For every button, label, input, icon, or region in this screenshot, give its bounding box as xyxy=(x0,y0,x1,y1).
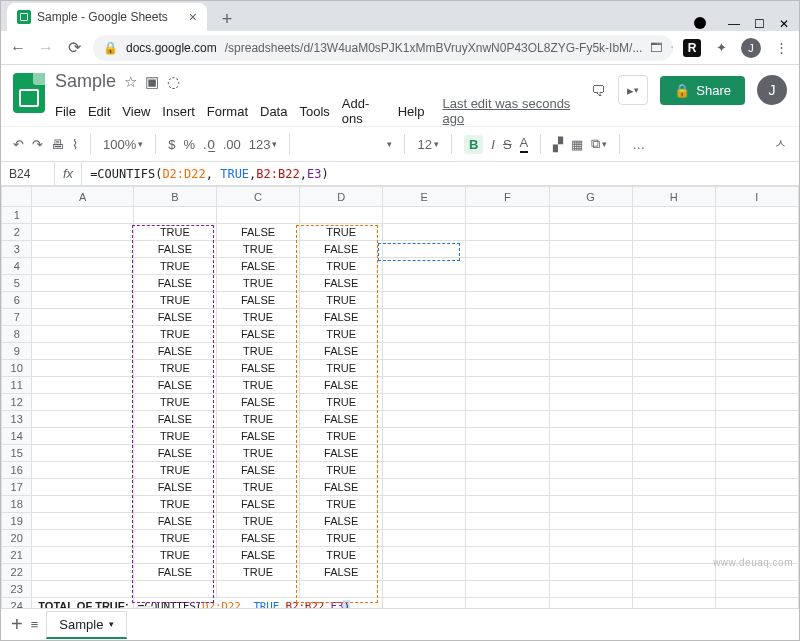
cell[interactable] xyxy=(632,428,715,445)
menu-help[interactable]: Help xyxy=(398,104,425,119)
row-header[interactable]: 13 xyxy=(2,411,32,428)
nav-forward-button[interactable]: → xyxy=(37,39,55,57)
cell[interactable] xyxy=(466,360,549,377)
cell[interactable] xyxy=(383,275,466,292)
cell[interactable] xyxy=(383,462,466,479)
cell[interactable]: FALSE xyxy=(216,224,299,241)
cell[interactable] xyxy=(549,241,632,258)
cell[interactable]: TRUE xyxy=(216,513,299,530)
cell[interactable] xyxy=(466,462,549,479)
cell[interactable]: TRUE xyxy=(216,275,299,292)
borders-button[interactable]: ▦ xyxy=(571,137,583,152)
cell[interactable]: TRUE xyxy=(133,462,216,479)
cell[interactable]: TRUE xyxy=(133,530,216,547)
cell[interactable]: FALSE xyxy=(216,360,299,377)
row-header[interactable]: 12 xyxy=(2,394,32,411)
menu-edit[interactable]: Edit xyxy=(88,104,110,119)
cell[interactable] xyxy=(383,530,466,547)
cell[interactable] xyxy=(549,479,632,496)
star-icon[interactable]: ☆ xyxy=(670,41,673,55)
cell[interactable] xyxy=(632,377,715,394)
cell[interactable] xyxy=(32,275,133,292)
cell[interactable] xyxy=(632,207,715,224)
cell[interactable] xyxy=(32,224,133,241)
cell[interactable]: FALSE xyxy=(133,275,216,292)
cell[interactable]: FALSE xyxy=(300,564,383,581)
cell[interactable] xyxy=(32,547,133,564)
cell[interactable]: FALSE xyxy=(300,309,383,326)
cell[interactable] xyxy=(632,411,715,428)
cell[interactable] xyxy=(549,224,632,241)
cell[interactable]: FALSE xyxy=(216,496,299,513)
cell[interactable] xyxy=(466,377,549,394)
row-header[interactable]: 8 xyxy=(2,326,32,343)
cell[interactable] xyxy=(715,309,798,326)
name-box[interactable]: B24 xyxy=(1,162,55,185)
cell[interactable] xyxy=(549,564,632,581)
sheet-tab-menu-icon[interactable]: ▾ xyxy=(109,619,114,629)
row-header[interactable]: 3 xyxy=(2,241,32,258)
cell[interactable]: FALSE xyxy=(300,479,383,496)
zoom-dropdown[interactable]: 100%▾ xyxy=(103,137,143,152)
cell[interactable] xyxy=(32,377,133,394)
cell[interactable] xyxy=(466,428,549,445)
cloud-status-icon[interactable]: ◌ xyxy=(167,73,180,91)
browser-avatar[interactable]: J xyxy=(741,38,761,58)
cell[interactable] xyxy=(466,343,549,360)
cell[interactable] xyxy=(466,275,549,292)
cell[interactable]: FALSE xyxy=(300,411,383,428)
cell[interactable]: TRUE xyxy=(216,377,299,394)
cell[interactable] xyxy=(632,547,715,564)
cell[interactable]: TRUE xyxy=(300,496,383,513)
col-header-C[interactable]: C xyxy=(216,187,299,207)
merge-button[interactable]: ⧉▾ xyxy=(591,136,607,152)
cell[interactable] xyxy=(549,207,632,224)
cell[interactable] xyxy=(300,207,383,224)
cell[interactable] xyxy=(632,309,715,326)
cell[interactable] xyxy=(383,445,466,462)
cell[interactable] xyxy=(466,581,549,598)
cell[interactable]: FALSE xyxy=(133,343,216,360)
cell[interactable] xyxy=(549,462,632,479)
cell[interactable] xyxy=(32,258,133,275)
cell[interactable] xyxy=(549,513,632,530)
collapse-toolbar-button[interactable]: ㅅ xyxy=(774,135,787,153)
cell[interactable]: FALSE xyxy=(216,394,299,411)
row-header[interactable]: 17 xyxy=(2,479,32,496)
cell[interactable] xyxy=(632,581,715,598)
cell[interactable]: TRUE xyxy=(300,360,383,377)
col-header-H[interactable]: H xyxy=(632,187,715,207)
cell[interactable]: FALSE xyxy=(216,292,299,309)
cell[interactable] xyxy=(383,496,466,513)
cell[interactable] xyxy=(32,292,133,309)
fill-color-button[interactable]: ▞ xyxy=(553,137,563,152)
row-header[interactable]: 14 xyxy=(2,428,32,445)
cell[interactable] xyxy=(715,377,798,394)
cell[interactable]: TRUE xyxy=(300,530,383,547)
extension-r-icon[interactable]: R xyxy=(683,39,701,57)
cell[interactable] xyxy=(466,292,549,309)
cell[interactable]: TRUE xyxy=(133,547,216,564)
print-button[interactable]: 🖶 xyxy=(51,137,64,152)
last-edit-link[interactable]: Last edit was seconds ago xyxy=(442,96,581,126)
more-toolbar-button[interactable]: … xyxy=(632,137,645,152)
cell[interactable]: TRUE xyxy=(133,360,216,377)
row-header[interactable]: 23 xyxy=(2,581,32,598)
cell[interactable]: TRUE xyxy=(133,394,216,411)
cell[interactable] xyxy=(216,581,299,598)
cell[interactable] xyxy=(466,258,549,275)
cell[interactable] xyxy=(32,428,133,445)
cell[interactable] xyxy=(715,428,798,445)
cell[interactable]: FALSE xyxy=(216,326,299,343)
cell[interactable]: TRUE xyxy=(300,547,383,564)
cell[interactable]: TRUE xyxy=(216,445,299,462)
cell[interactable] xyxy=(466,479,549,496)
window-close-button[interactable]: ✕ xyxy=(779,17,789,31)
cell[interactable] xyxy=(715,292,798,309)
cell[interactable] xyxy=(715,411,798,428)
col-header-F[interactable]: F xyxy=(466,187,549,207)
tab-close-icon[interactable]: × xyxy=(189,10,197,24)
cell[interactable]: TRUE xyxy=(133,326,216,343)
cell[interactable]: TRUE xyxy=(300,462,383,479)
cell[interactable] xyxy=(632,275,715,292)
